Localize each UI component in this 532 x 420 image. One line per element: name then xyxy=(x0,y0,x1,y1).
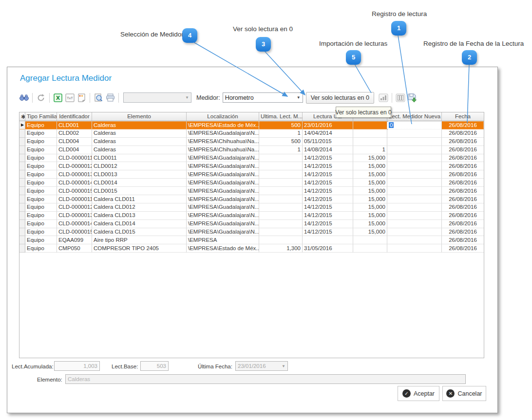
table-cell[interactable]: COMPRESOR TIPO 2405 xyxy=(92,244,187,253)
column-header[interactable]: Identificador xyxy=(57,112,92,121)
row-indicator[interactable] xyxy=(19,170,25,179)
table-cell[interactable]: Equipo xyxy=(25,244,57,253)
import-readings-icon[interactable] xyxy=(407,92,418,103)
table-cell[interactable]: \EMPRESA\Chihuahua\Na... xyxy=(187,138,259,146)
table-cell[interactable]: Aire tipo RRP xyxy=(92,236,187,244)
table-cell[interactable]: 26/08/2016 xyxy=(442,162,484,170)
table-cell[interactable] xyxy=(387,212,442,220)
table-cell[interactable]: Calderas xyxy=(92,146,187,154)
table-cell[interactable]: 14/12/2015 xyxy=(303,162,353,170)
table-cell[interactable]: \EMPRESA\Guadalajara\N... xyxy=(187,162,259,170)
table-cell[interactable]: Equipo xyxy=(25,146,57,154)
table-cell[interactable] xyxy=(387,146,442,154)
table-cell[interactable]: 14/12/2015 xyxy=(303,179,353,187)
table-row[interactable]: EquipoCLD004Calderas\EMPRESA\Chihuahua\N… xyxy=(19,138,484,146)
table-cell[interactable]: 14/12/2015 xyxy=(303,187,353,195)
table-cell[interactable]: \EMPRESA xyxy=(187,236,259,244)
row-indicator[interactable] xyxy=(19,179,25,187)
table-cell[interactable]: 23/01/2016 xyxy=(303,121,353,129)
table-cell[interactable]: CLD002 xyxy=(57,129,92,138)
refresh-icon[interactable] xyxy=(36,92,46,103)
table-cell[interactable]: Calderas xyxy=(92,138,187,146)
row-indicator[interactable] xyxy=(19,187,25,195)
table-cell[interactable]: 15,000 xyxy=(353,203,387,212)
table-row[interactable]: EquipoCLD004Calderas\EMPRESA\Chihuahua\N… xyxy=(19,146,484,154)
table-cell[interactable]: 14/08/2014 xyxy=(303,146,353,154)
table-cell[interactable]: CLD0013 xyxy=(92,170,187,179)
lect-acumulada-field[interactable]: 1,003 xyxy=(54,361,100,371)
table-cell[interactable] xyxy=(259,154,303,163)
table-cell[interactable] xyxy=(387,244,442,253)
table-cell[interactable]: CLD-0000013 xyxy=(57,212,92,220)
table-cell[interactable]: \EMPRESA\Guadalajara\N... xyxy=(187,187,259,195)
table-cell[interactable]: 15,000 xyxy=(353,228,387,237)
table-cell[interactable]: 26/08/2016 xyxy=(442,138,484,146)
table-cell[interactable] xyxy=(387,195,442,203)
table-cell[interactable]: 1 xyxy=(353,146,387,154)
table-cell[interactable] xyxy=(259,170,303,179)
table-row[interactable]: EquipoCMP050COMPRESOR TIPO 2405\EMPRESA\… xyxy=(19,244,484,253)
print-icon[interactable] xyxy=(105,92,115,103)
table-cell[interactable]: Equipo xyxy=(25,170,57,179)
table-cell[interactable]: 26/08/2016 xyxy=(442,220,484,228)
row-indicator[interactable] xyxy=(19,138,25,146)
table-row[interactable]: EquipoCLD-0000015CLD0015\EMPRESA\Guadala… xyxy=(19,187,484,195)
table-cell[interactable]: 14/12/2015 xyxy=(303,228,353,237)
row-indicator[interactable] xyxy=(19,236,25,244)
table-cell[interactable] xyxy=(387,187,442,195)
table-cell[interactable]: Equipo xyxy=(25,228,57,237)
table-cell[interactable]: 26/08/2016 xyxy=(442,212,484,220)
table-cell[interactable]: 15,000 xyxy=(353,220,387,228)
table-cell[interactable]: Equipo xyxy=(25,162,57,170)
chart-icon[interactable] xyxy=(378,92,389,103)
table-cell[interactable]: 26/08/2016 xyxy=(442,187,484,195)
table-cell[interactable]: Caldera CLD011 xyxy=(92,195,187,203)
table-row[interactable]: EquipoCLD-0000014CLD0014\EMPRESA\Guadala… xyxy=(19,179,484,187)
table-cell[interactable] xyxy=(259,195,303,203)
table-cell[interactable]: Equipo xyxy=(25,138,57,146)
table-cell[interactable] xyxy=(259,187,303,195)
row-indicator[interactable] xyxy=(19,244,25,253)
table-cell[interactable]: CLD004 xyxy=(57,138,92,146)
table-cell[interactable] xyxy=(353,244,387,253)
table-cell[interactable] xyxy=(353,129,387,138)
table-cell[interactable]: 26/08/2016 xyxy=(442,228,484,237)
table-cell[interactable]: Equipo xyxy=(25,236,57,244)
table-cell[interactable]: Caldera CLD014 xyxy=(92,220,187,228)
table-cell[interactable] xyxy=(387,236,442,244)
table-cell[interactable]: CLD-0000011 xyxy=(57,195,92,203)
row-indicator[interactable] xyxy=(19,146,25,154)
row-indicator[interactable] xyxy=(19,162,25,170)
notes-icon[interactable] xyxy=(76,92,87,103)
table-cell[interactable]: Equipo xyxy=(25,203,57,212)
table-cell[interactable]: 15,000 xyxy=(353,195,387,203)
table-cell[interactable]: CLD0011 xyxy=(92,154,187,163)
table-cell[interactable]: 15,000 xyxy=(353,212,387,220)
table-cell[interactable]: 15,000 xyxy=(353,170,387,179)
table-cell[interactable]: 26/08/2016 xyxy=(442,203,484,212)
table-cell[interactable]: CLD-0000015 xyxy=(57,228,92,237)
table-cell[interactable] xyxy=(259,162,303,170)
table-row[interactable]: EquipoCLD-0000011CLD0011\EMPRESA\Guadala… xyxy=(19,154,484,163)
table-cell[interactable]: 1,300 xyxy=(259,244,303,253)
table-cell[interactable]: 1 xyxy=(259,129,303,138)
editing-cell[interactable]: 0 xyxy=(387,121,442,129)
table-cell[interactable] xyxy=(387,228,442,237)
table-cell[interactable] xyxy=(353,121,387,129)
row-indicator[interactable] xyxy=(19,212,25,220)
row-indicator[interactable] xyxy=(19,129,25,138)
table-cell[interactable] xyxy=(387,154,442,163)
table-cell[interactable]: \EMPRESA\Guadalajara\N... xyxy=(187,179,259,187)
table-cell[interactable]: CLD-0000015 xyxy=(57,187,92,195)
table-cell[interactable] xyxy=(259,236,303,244)
table-cell[interactable]: CLD001 xyxy=(57,121,92,129)
row-indicator[interactable] xyxy=(19,195,25,203)
table-cell[interactable]: Caldera CLD012 xyxy=(92,203,187,212)
table-cell[interactable] xyxy=(387,138,442,146)
table-cell[interactable] xyxy=(353,138,387,146)
table-cell[interactable]: CLD-0000014 xyxy=(57,220,92,228)
table-cell[interactable]: Equipo xyxy=(25,187,57,195)
table-cell[interactable]: 15,000 xyxy=(353,179,387,187)
table-row[interactable]: EquipoCLD-0000012Caldera CLD012\EMPRESA\… xyxy=(19,203,484,212)
table-cell[interactable]: 15,000 xyxy=(353,162,387,170)
